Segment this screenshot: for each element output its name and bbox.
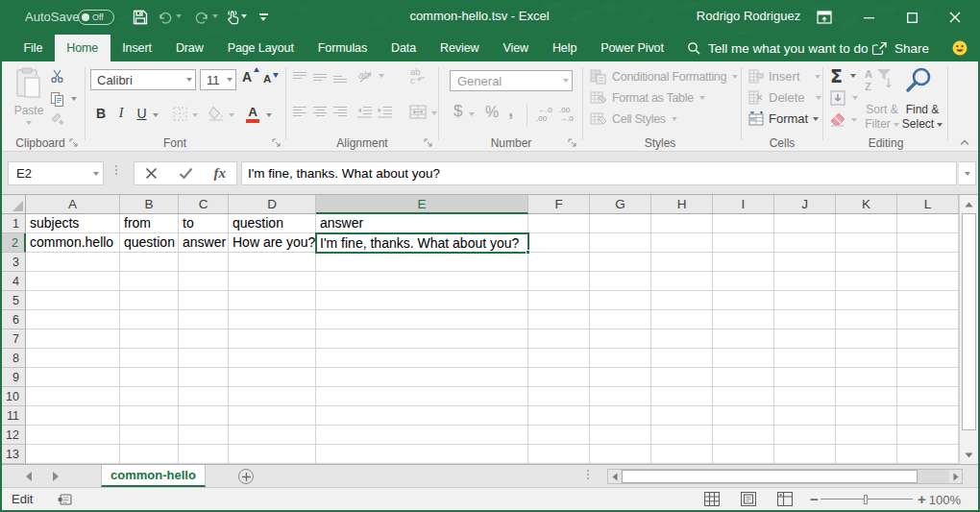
cell-E7[interactable] (316, 329, 528, 349)
clear-button[interactable] (829, 112, 857, 127)
cell-A3[interactable] (26, 253, 120, 272)
sheet-nav-left-arrow[interactable] (26, 472, 32, 481)
cell-L1[interactable] (897, 214, 959, 233)
cell-K7[interactable] (836, 329, 897, 349)
decrease-font-size-button[interactable]: A (263, 71, 282, 91)
find-select-button[interactable] (904, 66, 933, 98)
cell-B1[interactable]: from (120, 214, 179, 233)
column-header-K[interactable]: K (836, 195, 897, 214)
sort-filter-button[interactable]: A Z (864, 67, 896, 96)
zoom-level[interactable]: 100% (929, 493, 961, 507)
insert-cells-button[interactable]: Insert (748, 69, 821, 84)
horizontal-scroll-thumb[interactable] (622, 470, 918, 483)
row-header-12[interactable]: 12 (2, 426, 26, 445)
conditional-formatting-button[interactable]: Conditional Formatting (590, 69, 738, 85)
cell-I5[interactable] (713, 291, 774, 310)
cell-I6[interactable] (713, 310, 774, 329)
cell-F6[interactable] (528, 310, 590, 329)
cell-J2[interactable] (774, 233, 836, 253)
cell-J10[interactable] (774, 387, 836, 406)
cell-K9[interactable] (836, 368, 897, 387)
cell-A4[interactable] (26, 272, 120, 291)
cell-E4[interactable] (316, 272, 528, 291)
merge-dropdown-caret[interactable] (431, 111, 437, 115)
cell-K11[interactable] (836, 406, 897, 426)
cell-B9[interactable] (120, 368, 179, 387)
cell-D7[interactable] (229, 329, 316, 349)
row-header-4[interactable]: 4 (2, 272, 26, 291)
clipboard-dialog-launcher[interactable] (69, 138, 79, 148)
macro-record-button[interactable] (58, 494, 72, 508)
cell-F3[interactable] (528, 253, 590, 272)
cell-C11[interactable] (179, 406, 229, 426)
cell-E6[interactable] (316, 310, 528, 329)
align-top-icon[interactable] (293, 69, 306, 81)
active-cell-e2[interactable]: I'm fine, thanks. What about you? (315, 232, 529, 254)
cell-B5[interactable] (120, 291, 179, 310)
cell-G9[interactable] (590, 368, 651, 387)
cell-D11[interactable] (229, 406, 316, 426)
cell-C8[interactable] (179, 349, 229, 368)
row-header-13[interactable]: 13 (2, 445, 26, 464)
row-header-11[interactable]: 11 (2, 406, 26, 426)
cell-L9[interactable] (897, 368, 959, 387)
sheet-tab-common-hello[interactable]: common-hello (101, 465, 206, 487)
cell-C3[interactable] (179, 253, 229, 272)
cell-H7[interactable] (651, 329, 713, 349)
format-painter-button[interactable] (50, 111, 65, 130)
cell-J1[interactable] (774, 214, 836, 233)
cell-H1[interactable] (651, 214, 713, 233)
cell-D6[interactable] (229, 310, 316, 329)
fill-button[interactable] (830, 90, 858, 106)
cell-B12[interactable] (120, 426, 179, 445)
column-header-B[interactable]: B (120, 195, 179, 214)
cell-I1[interactable] (713, 214, 774, 233)
cell-E10[interactable] (316, 387, 528, 406)
wrap-text-button[interactable]: ab c (409, 66, 429, 88)
align-left-icon[interactable] (293, 106, 306, 117)
page-break-preview-button[interactable] (777, 492, 793, 506)
paste-button[interactable]: Paste (10, 65, 48, 134)
scroll-up-arrow[interactable] (960, 196, 978, 212)
cell-I11[interactable] (713, 406, 774, 426)
cell-C6[interactable] (179, 310, 229, 329)
cell-B8[interactable] (120, 349, 179, 368)
sheet-nav-right-arrow[interactable] (53, 472, 59, 481)
scroll-right-arrow[interactable] (949, 470, 962, 483)
scroll-down-arrow[interactable] (960, 447, 978, 463)
cell-H8[interactable] (651, 349, 713, 368)
cell-A10[interactable] (26, 387, 120, 406)
undo-button[interactable] (156, 8, 175, 27)
cell-K8[interactable] (836, 349, 897, 368)
cell-A2[interactable]: common.hello (26, 233, 120, 253)
touch-mouse-mode-button[interactable] (223, 8, 242, 27)
minimize-button[interactable] (847, 0, 890, 35)
cell-A6[interactable] (26, 310, 120, 329)
cell-G7[interactable] (590, 329, 651, 349)
cell-B6[interactable] (120, 310, 179, 329)
cell-D3[interactable] (229, 253, 316, 272)
cell-G5[interactable] (590, 291, 651, 310)
number-dialog-launcher[interactable] (568, 138, 577, 148)
cell-F13[interactable] (528, 445, 590, 464)
cell-A8[interactable] (26, 349, 120, 368)
cell-F12[interactable] (528, 426, 590, 445)
new-sheet-button[interactable] (238, 469, 254, 484)
ribbon-tab-power-pivot[interactable]: Power Pivot (589, 35, 676, 61)
select-all-corner[interactable] (2, 195, 26, 214)
row-header-9[interactable]: 9 (2, 368, 26, 387)
cell-L6[interactable] (897, 310, 959, 329)
cancel-icon[interactable] (145, 167, 158, 180)
cell-G11[interactable] (590, 406, 651, 426)
formula-bar-gripper[interactable] (115, 165, 117, 175)
scroll-left-arrow[interactable] (608, 470, 621, 483)
ribbon-tab-data[interactable]: Data (380, 35, 429, 61)
cell-G10[interactable] (590, 387, 651, 406)
cell-D12[interactable] (229, 426, 316, 445)
column-header-G[interactable]: G (590, 195, 651, 214)
cell-L8[interactable] (897, 349, 959, 368)
autosave-toggle[interactable]: Off (78, 10, 114, 25)
cell-I2[interactable] (713, 233, 774, 253)
horizontal-scrollbar[interactable] (607, 469, 963, 484)
number-format-combo[interactable]: General (450, 70, 573, 91)
